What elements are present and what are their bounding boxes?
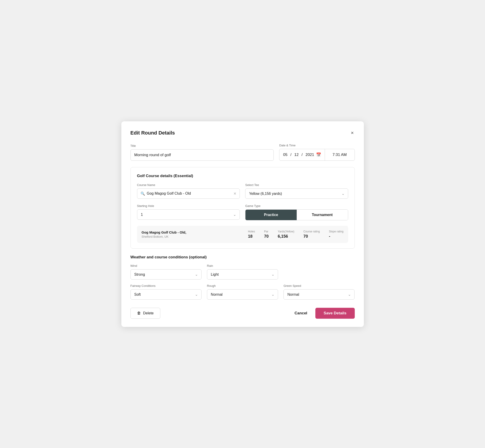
- rain-dropdown[interactable]: NoneLightModerateHeavy: [207, 269, 278, 280]
- clear-course-icon[interactable]: ✕: [233, 192, 236, 196]
- select-tee-label: Select Tee: [245, 183, 348, 187]
- delete-label: Delete: [143, 311, 154, 315]
- weather-section-title: Weather and course conditions (optional): [130, 255, 355, 259]
- course-name-input-wrap[interactable]: 🔍 ✕: [137, 189, 240, 199]
- fairway-select-wrap: SoftNormalHard ⌄: [130, 289, 202, 300]
- date-field[interactable]: 05 / 12 / 2021 📅: [279, 149, 325, 160]
- yards-label: Yards(Yellow): [278, 230, 294, 233]
- tournament-button[interactable]: Tournament: [297, 210, 348, 220]
- course-info-name: Gog Magog Golf Club - Old,: [142, 230, 248, 234]
- stat-course-rating: Course rating 70: [303, 230, 320, 239]
- cancel-button[interactable]: Cancel: [293, 308, 309, 319]
- course-name-label: Course Name: [137, 183, 240, 187]
- fairway-label: Fairway Conditions: [130, 284, 202, 288]
- course-tee-row: Course Name 🔍 ✕ Select Tee Yellow (6,156…: [137, 183, 348, 199]
- starting-hole-group: Starting Hole 1234 5678 910 ⌄: [137, 204, 240, 220]
- green-speed-select-wrap: SlowNormalFast ⌄: [283, 289, 355, 300]
- date-time-label: Date & Time: [279, 144, 355, 147]
- practice-button[interactable]: Practice: [245, 210, 297, 220]
- save-button[interactable]: Save Details: [315, 308, 355, 319]
- course-stats: Holes 18 Par 70 Yards(Yellow) 6,156 Cour…: [248, 230, 344, 239]
- modal-header: Edit Round Details ×: [130, 129, 355, 136]
- game-type-group: Game Type Practice Tournament: [245, 204, 348, 220]
- right-actions: Cancel Save Details: [293, 308, 355, 319]
- weather-section: Weather and course conditions (optional)…: [130, 255, 355, 300]
- course-info-location: Shelford Bottom, UK: [142, 235, 248, 238]
- search-icon: 🔍: [140, 192, 145, 196]
- date-year: 2021: [306, 152, 314, 157]
- course-name-group: Course Name 🔍 ✕: [137, 183, 240, 199]
- date-time-wrap: 05 / 12 / 2021 📅 7:31 AM: [279, 149, 355, 161]
- stat-par: Par 70: [264, 230, 269, 239]
- select-tee-wrap: Yellow (6,156 yards) White Red Blue ⌄: [245, 189, 348, 199]
- slope-rating-label: Slope rating: [329, 230, 343, 233]
- rain-select-wrap: NoneLightModerateHeavy ⌄: [207, 269, 278, 280]
- date-day: 12: [294, 152, 299, 157]
- title-input[interactable]: [130, 149, 274, 161]
- time-value: 7:31 AM: [332, 152, 347, 157]
- wind-rain-row: Wind NoneLightModerateStrong ⌄ Rain None…: [130, 264, 355, 280]
- time-field[interactable]: 7:31 AM: [325, 149, 355, 160]
- rough-select-wrap: SoftNormalHard ⌄: [207, 289, 278, 300]
- holes-label: Holes: [248, 230, 255, 233]
- holes-value: 18: [248, 234, 252, 239]
- slope-rating-value: -: [329, 234, 330, 239]
- wind-select-wrap: NoneLightModerateStrong ⌄: [130, 269, 202, 280]
- footer-actions: 🗑 Delete Cancel Save Details: [130, 304, 355, 319]
- stat-slope-rating: Slope rating -: [329, 230, 343, 239]
- game-type-toggle: Practice Tournament: [245, 209, 348, 220]
- title-label: Title: [130, 144, 274, 147]
- date-month: 05: [283, 152, 287, 157]
- edit-round-modal: Edit Round Details × Title Date & Time 0…: [121, 121, 364, 327]
- course-info-main: Gog Magog Golf Club - Old, Shelford Bott…: [142, 230, 248, 238]
- rain-label: Rain: [207, 264, 278, 267]
- fairway-group: Fairway Conditions SoftNormalHard ⌄: [130, 284, 202, 300]
- green-speed-label: Green Speed: [283, 284, 355, 288]
- date-sep1: /: [289, 152, 292, 157]
- select-tee-dropdown[interactable]: Yellow (6,156 yards) White Red Blue: [245, 189, 348, 199]
- calendar-icon: 📅: [316, 152, 321, 157]
- date-sep2: /: [300, 152, 304, 157]
- par-label: Par: [264, 230, 268, 233]
- title-field-group: Title: [130, 144, 274, 161]
- rough-dropdown[interactable]: SoftNormalHard: [207, 289, 278, 300]
- starting-hole-dropdown[interactable]: 1234 5678 910: [137, 209, 240, 220]
- course-info-bar: Gog Magog Golf Club - Old, Shelford Bott…: [137, 226, 348, 243]
- golf-course-section: Golf Course details (Essential) Course N…: [130, 167, 355, 248]
- trash-icon: 🗑: [137, 311, 141, 315]
- green-speed-dropdown[interactable]: SlowNormalFast: [283, 289, 355, 300]
- stat-holes: Holes 18: [248, 230, 255, 239]
- wind-group: Wind NoneLightModerateStrong ⌄: [130, 264, 202, 280]
- modal-title: Edit Round Details: [130, 130, 175, 136]
- rough-label: Rough: [207, 284, 278, 288]
- course-name-input[interactable]: [147, 192, 232, 196]
- wind-dropdown[interactable]: NoneLightModerateStrong: [130, 269, 202, 280]
- top-fields: Title Date & Time 05 / 12 / 2021 📅 7:31 …: [130, 144, 355, 161]
- yards-value: 6,156: [278, 234, 288, 239]
- close-button[interactable]: ×: [350, 129, 355, 136]
- delete-button[interactable]: 🗑 Delete: [130, 308, 160, 319]
- select-tee-group: Select Tee Yellow (6,156 yards) White Re…: [245, 183, 348, 199]
- wind-label: Wind: [130, 264, 202, 267]
- conditions-row: Fairway Conditions SoftNormalHard ⌄ Roug…: [130, 284, 355, 300]
- date-time-group: Date & Time 05 / 12 / 2021 📅 7:31 AM: [279, 144, 355, 161]
- golf-course-section-title: Golf Course details (Essential): [137, 174, 348, 178]
- rain-group: Rain NoneLightModerateHeavy ⌄: [207, 264, 278, 280]
- hole-gametype-row: Starting Hole 1234 5678 910 ⌄ Game Type …: [137, 204, 348, 220]
- game-type-label: Game Type: [245, 204, 348, 208]
- course-rating-label: Course rating: [303, 230, 320, 233]
- rough-group: Rough SoftNormalHard ⌄: [207, 284, 278, 300]
- fairway-dropdown[interactable]: SoftNormalHard: [130, 289, 202, 300]
- course-rating-value: 70: [303, 234, 308, 239]
- par-value: 70: [264, 234, 269, 239]
- starting-hole-wrap: 1234 5678 910 ⌄: [137, 209, 240, 220]
- stat-yards: Yards(Yellow) 6,156: [278, 230, 294, 239]
- starting-hole-label: Starting Hole: [137, 204, 240, 208]
- green-speed-group: Green Speed SlowNormalFast ⌄: [283, 284, 355, 300]
